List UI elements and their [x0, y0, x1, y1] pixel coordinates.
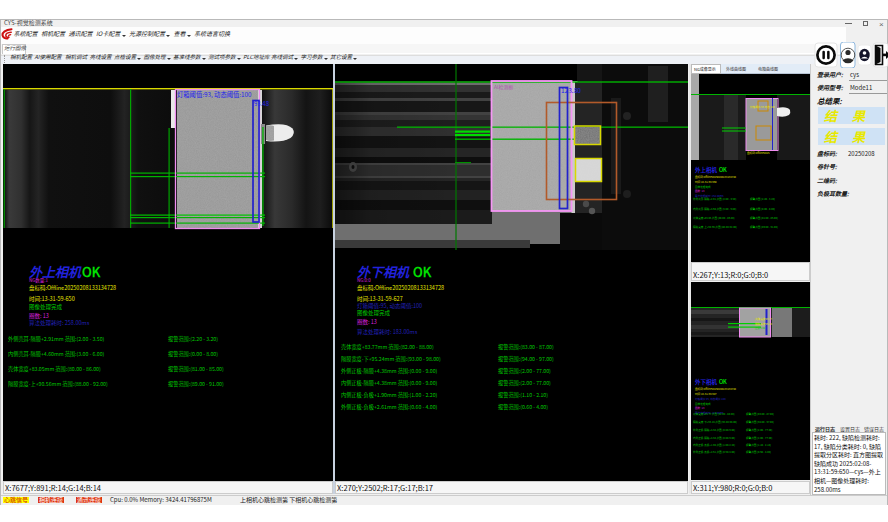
svg-text:时间:13-31-59-650: 时间:13-31-59-650 [29, 295, 75, 303]
svg-text:外侧正极-负极+2.61 范围:(0.60-4.00): 外侧正极-负极+2.61 范围:(0.60-4.00) [693, 450, 735, 454]
svg-text:报警范围:(81.00 - 85.00): 报警范围:(81.00 - 85.00) [168, 365, 224, 373]
svg-text:报警范围:(0.60 - 4.00): 报警范围:(0.60 - 4.00) [746, 450, 771, 454]
svg-text:外侧壳耳-隔膜+2.91mm 范围:(2.00 - 3.50: 外侧壳耳-隔膜+2.91mm 范围:(2.00 - 3.50) [8, 335, 105, 343]
svg-text:OK: OK [719, 166, 727, 174]
svg-text:OK: OK [413, 262, 432, 281]
svg-text:隔膜宽度95.24: 隔膜宽度95.24 [755, 322, 772, 326]
svg-text:外侧壳耳-隔膜+2.91 范围:(2.00 - 3.50): 外侧壳耳-隔膜+2.91 范围:(2.00 - 3.50) [693, 197, 736, 201]
svg-text:93.48: 93.48 [254, 99, 270, 108]
svg-text:AI检测框: AI检测框 [494, 83, 514, 91]
svg-text:OK: OK [719, 378, 727, 386]
svg-text:报警范围:(1.10 - 2.10): 报警范围:(1.10 - 2.10) [498, 391, 548, 399]
svg-text:隔膜宽度-下+95.24 范围:(93.00-98.00): 隔膜宽度-下+95.24 范围:(93.00-98.00) [693, 420, 737, 424]
svg-text:盘标码:Offline20250208133134728: 盘标码:Offline20250208133134728 [695, 387, 737, 391]
svg-text:外侧正极-隔膜+4.38mm 范围:(0.00 - 9.00: 外侧正极-隔膜+4.38mm 范围:(0.00 - 9.00) [341, 367, 438, 375]
svg-text:内侧正极-隔膜+4.38 范围:(0.00-9.00): 内侧正极-隔膜+4.38 范围:(0.00-9.00) [693, 436, 735, 440]
svg-text:外上相机: 外上相机 [695, 166, 718, 174]
svg-text:壳体宽度83.77: 壳体宽度83.77 [755, 317, 772, 321]
svg-text:报警范围:(94.00 - 97.00): 报警范围:(94.00 - 97.00) [746, 420, 774, 424]
svg-text:123.80: 123.80 [561, 85, 581, 95]
svg-text:NG数量:1: NG数量:1 [29, 277, 49, 284]
svg-text:算法处理耗时: 183.00ms: 算法处理耗时: 183.00ms [357, 328, 418, 336]
svg-text:报警范围:(2.20 - 3.20): 报警范围:(2.20 - 3.20) [750, 197, 775, 201]
svg-text:隔膜宽度-下+95.24mm 范围:(93.00 - 98.: 隔膜宽度-下+95.24mm 范围:(93.00 - 98.00) [341, 355, 441, 363]
svg-text:内侧正极-负极+1.90 范围:(1.00-2.20): 内侧正极-负极+1.90 范围:(1.00-2.20) [693, 443, 735, 447]
svg-text:盘标码:Offline2025: 盘标码:Offline2025 [747, 151, 770, 155]
svg-text:报警范围:(0.60 - 4.00): 报警范围:(0.60 - 4.00) [498, 403, 548, 411]
svg-text:OK: OK [82, 262, 101, 281]
svg-text:报警范围:(2.00 - 77.00): 报警范围:(2.00 - 77.00) [746, 436, 773, 440]
svg-text:盘标码:Offline20250208133134728: 盘标码:Offline20250208133134728 [357, 284, 444, 292]
svg-text:盘标码:Offline20250208133134728: 盘标码:Offline20250208133134728 [29, 284, 116, 292]
svg-text:外侧正极-负极+2.61mm 范围:(0.60 - 4.00: 外侧正极-负极+2.61mm 范围:(0.60 - 4.00) [341, 403, 438, 411]
svg-text:外侧正极-隔膜+4.38 范围:(0.00-9.00): 外侧正极-隔膜+4.38 范围:(0.00-9.00) [693, 428, 735, 432]
svg-text:报警范围:(1.10 - 2.10): 报警范围:(1.10 - 2.10) [746, 443, 771, 447]
svg-text:NG:0:0: NG:0:0 [357, 277, 371, 283]
svg-text:内侧壳耳-隔膜+4.60 范围:(3.00 - 6.00): 内侧壳耳-隔膜+4.60 范围:(3.00 - 6.00) [693, 207, 736, 211]
svg-text:图像处理完成: 图像处理完成 [357, 309, 391, 317]
svg-text:报警范围:(2.00 - 77.00): 报警范围:(2.00 - 77.00) [746, 428, 773, 432]
svg-text:报警范围:(89.00 - 91.00): 报警范围:(89.00 - 91.00) [750, 225, 778, 229]
svg-text:图像处理完成: 图像处理完成 [29, 303, 63, 311]
svg-text:外下相机: 外下相机 [695, 378, 718, 386]
svg-text:报警范围:(0.00 - 8.00): 报警范围:(0.00 - 8.00) [168, 350, 218, 358]
svg-text:报警范围:(83.00 - 87.00): 报警范围:(83.00 - 87.00) [498, 343, 554, 351]
svg-text:灯箱阈值:95, 动态阈值:100: 灯箱阈值:95, 动态阈值:100 [695, 397, 726, 401]
svg-text:图像处理完成: 图像处理完成 [695, 402, 711, 406]
svg-text:隔膜宽度-上+90.56 范围:(88.00-92.00): 隔膜宽度-上+90.56 范围:(88.00-92.00) [693, 225, 737, 229]
svg-text:正极4.38: 正极4.38 [755, 326, 766, 330]
svg-text:隔膜宽度-上+90.56mm 范围:(88.00 - 92.: 隔膜宽度-上+90.56mm 范围:(88.00 - 92.00) [8, 380, 108, 388]
svg-text:报警范围:(0.00 - 8.00): 报警范围:(0.00 - 8.00) [750, 207, 775, 211]
svg-text:报警范围:(81.00 - 85.00): 报警范围:(81.00 - 85.00) [750, 216, 778, 220]
svg-text:圈数: 13: 圈数: 13 [357, 318, 377, 326]
svg-text:灯箱阈值:93 动态:100: 灯箱阈值:93 动态:100 [750, 105, 775, 109]
svg-text:壳体宽度+83.77 范围:(82.00 - 88.00): 壳体宽度+83.77 范围:(82.00 - 88.00) [693, 412, 735, 416]
svg-text:盘标码:Offline20250208133134728: 盘标码:Offline20250208133134728 [695, 175, 737, 179]
svg-text:壳体宽度+83.05mm 范围:(80.00 - 86.00: 壳体宽度+83.05mm 范围:(80.00 - 86.00) [8, 365, 101, 373]
svg-text:报警范围:(94.00 - 97.00): 报警范围:(94.00 - 97.00) [498, 355, 554, 363]
svg-text:报警范围:(83.00 - 87.00): 报警范围:(83.00 - 87.00) [746, 412, 774, 416]
svg-text:算法处理耗时: 258.00ms: 算法处理耗时: 258.00ms [29, 319, 90, 327]
svg-text:壳体宽度+83.05 范围:(80.00 - 86.00): 壳体宽度+83.05 范围:(80.00 - 86.00) [693, 216, 735, 220]
svg-text:报警范围:(2.00 - 77.00): 报警范围:(2.00 - 77.00) [498, 379, 551, 387]
svg-text:灯箱阈值:93, 动态阈值:100: 灯箱阈值:93, 动态阈值:100 [177, 90, 252, 99]
svg-text:报警范围:(2.20 - 3.20): 报警范围:(2.20 - 3.20) [168, 335, 218, 343]
svg-text:报警范围:(2.00 - 77.00): 报警范围:(2.00 - 77.00) [498, 367, 551, 375]
svg-text:圈数: 13: 圈数: 13 [695, 406, 705, 410]
svg-text:圈数: 13: 圈数: 13 [695, 189, 705, 193]
svg-text:内侧正极-隔膜+4.38mm 范围:(0.00 - 9.00: 内侧正极-隔膜+4.38mm 范围:(0.00 - 9.00) [341, 379, 438, 387]
svg-text:时间:13-31-59-650: 时间:13-31-59-650 [695, 180, 717, 184]
svg-text:壳体宽度+83.77mm 范围:(82.00 - 88.00: 壳体宽度+83.77mm 范围:(82.00 - 88.00) [341, 343, 434, 351]
svg-text:内侧壳耳-隔膜+4.60mm 范围:(3.00 - 6.00: 内侧壳耳-隔膜+4.60mm 范围:(3.00 - 6.00) [8, 350, 105, 358]
svg-text:图像处理完成: 图像处理完成 [695, 185, 711, 189]
svg-text:内侧正极-负极+1.90mm 范围:(1.00 - 2.20: 内侧正极-负极+1.90mm 范围:(1.00 - 2.20) [341, 391, 438, 399]
svg-text:报警范围:(89.00 - 91.00): 报警范围:(89.00 - 91.00) [168, 380, 224, 388]
svg-text:时间:13-31-59-627: 时间:13-31-59-627 [695, 392, 717, 396]
